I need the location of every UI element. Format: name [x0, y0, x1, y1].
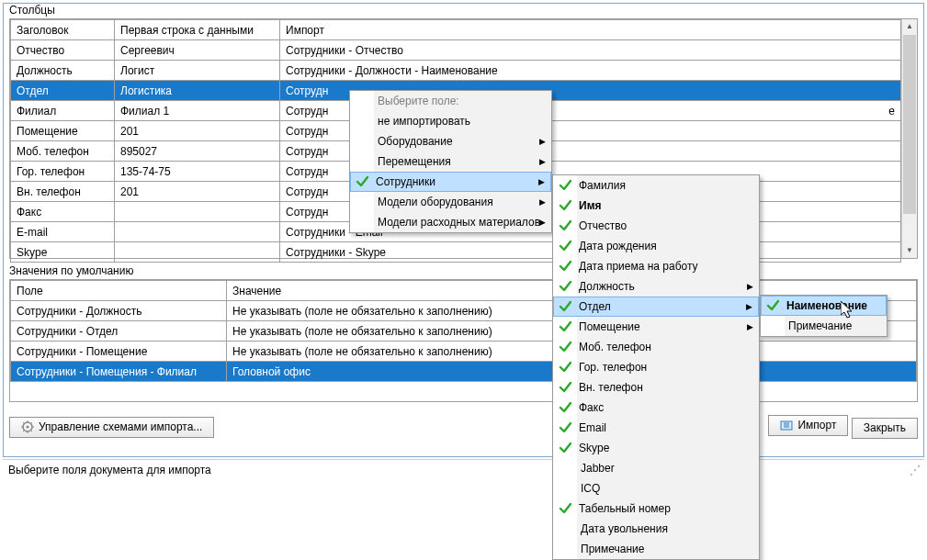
import-icon [780, 419, 793, 431]
context-menu-item[interactable]: Email [553, 418, 759, 438]
context-menu-item[interactable]: Дата рождения [553, 236, 759, 256]
columns-label: Столбцы [4, 4, 923, 18]
context-menu-item[interactable]: Отдел▶ [553, 297, 759, 317]
check-icon [559, 341, 571, 353]
submenu-arrow-icon: ▶ [538, 177, 545, 186]
manage-schemes-button[interactable]: Управление схемами импорта... [9, 417, 214, 438]
col-header[interactable]: Заголовок [11, 20, 115, 40]
col-header[interactable]: Первая строка с данными [115, 20, 280, 40]
context-menu-item[interactable]: Должность▶ [553, 276, 759, 297]
svg-point-1 [27, 425, 29, 428]
submenu-arrow-icon: ▶ [747, 282, 753, 291]
check-icon [559, 421, 571, 434]
check-icon [559, 442, 571, 454]
check-icon [766, 299, 779, 312]
context-menu-level3[interactable]: НаименованиеПримечание [760, 295, 887, 337]
submenu-arrow-icon: ▶ [746, 302, 752, 311]
context-menu-item[interactable]: Моб. телефон [553, 337, 759, 357]
table-row[interactable]: Сотрудники - ПомещениеНе указывать (поле… [11, 342, 917, 362]
check-icon [559, 381, 571, 394]
check-icon [559, 300, 571, 313]
check-icon [559, 502, 571, 515]
check-icon [559, 179, 571, 192]
context-menu-level1[interactable]: Выберите поле:не импортироватьОборудован… [349, 90, 552, 233]
vertical-scrollbar[interactable] [901, 19, 917, 258]
submenu-arrow-icon: ▶ [747, 322, 753, 331]
table-row[interactable]: ОтчествоСергеевичСотрудники - Отчество [11, 40, 901, 61]
check-icon [356, 175, 368, 188]
submenu-arrow-icon: ▶ [539, 157, 546, 166]
defaults-label: Значения по умолчанию [4, 264, 923, 279]
context-menu-item[interactable]: Перемещения▶ [350, 151, 551, 172]
close-button[interactable]: Закрыть [852, 418, 918, 439]
submenu-arrow-icon: ▶ [539, 218, 546, 227]
gear-icon [21, 420, 34, 433]
context-menu-item[interactable]: Гор. телефон [553, 357, 759, 377]
check-icon [559, 401, 571, 414]
context-menu-item[interactable]: Помещение▶ [553, 317, 759, 337]
context-menu-item[interactable]: Наименование [761, 296, 887, 316]
context-menu-item[interactable]: Jabber [553, 458, 759, 478]
col-header[interactable]: Импорт [280, 20, 901, 40]
submenu-arrow-icon: ▶ [539, 137, 546, 146]
context-menu-item[interactable]: ICQ [553, 478, 759, 498]
context-menu-item[interactable]: Сотрудники▶ [350, 172, 551, 192]
context-menu-item[interactable]: Оборудование▶ [350, 131, 551, 151]
button-label: Управление схемами импорта... [39, 420, 202, 433]
check-icon [559, 361, 571, 374]
context-menu-item[interactable]: Skype [553, 438, 759, 458]
table-row[interactable]: Сотрудники - Помещения - ФилиалГоловной … [11, 362, 917, 382]
check-icon [559, 199, 571, 212]
check-icon [559, 240, 571, 252]
context-menu-item[interactable]: Отчество [553, 216, 759, 236]
status-text: Выберите поля документа для импорта [8, 464, 211, 476]
context-menu-title: Выберите поле: [350, 91, 551, 111]
check-icon [559, 280, 571, 293]
context-menu-item[interactable]: Примечание [553, 539, 759, 559]
context-menu-level2[interactable]: ФамилияИмяОтчествоДата рожденияДата прие… [552, 174, 760, 560]
context-menu-item[interactable]: Модели оборудования▶ [350, 192, 551, 212]
context-menu-item[interactable]: Примечание [761, 316, 887, 336]
context-menu-item[interactable]: Модели расходных материалов▶ [350, 212, 551, 232]
context-menu-item[interactable]: Табельный номер [553, 498, 759, 519]
check-icon [559, 260, 571, 273]
resize-grip-icon[interactable]: ⋰ [910, 464, 919, 476]
check-icon [559, 320, 571, 333]
table-row[interactable]: ДолжностьЛогистСотрудники - Должности - … [11, 61, 901, 81]
import-button[interactable]: Импорт [768, 415, 848, 436]
button-label: Импорт [797, 419, 836, 431]
table-row[interactable]: SkypeСотрудники - Skype [11, 242, 901, 263]
context-menu-item[interactable]: Дата увольнения [553, 519, 759, 539]
context-menu-item[interactable]: Фамилия [553, 175, 759, 196]
submenu-arrow-icon: ▶ [539, 197, 546, 207]
context-menu-item[interactable]: Дата приема на работу [553, 256, 759, 276]
context-menu-item[interactable]: не импортировать [350, 111, 551, 131]
button-label: Закрыть [864, 421, 906, 434]
check-icon [559, 219, 571, 232]
col-header[interactable]: Поле [11, 281, 227, 301]
context-menu-item[interactable]: Имя [553, 196, 759, 216]
context-menu-item[interactable]: Факс [553, 398, 759, 418]
context-menu-item[interactable]: Вн. телефон [553, 377, 759, 398]
